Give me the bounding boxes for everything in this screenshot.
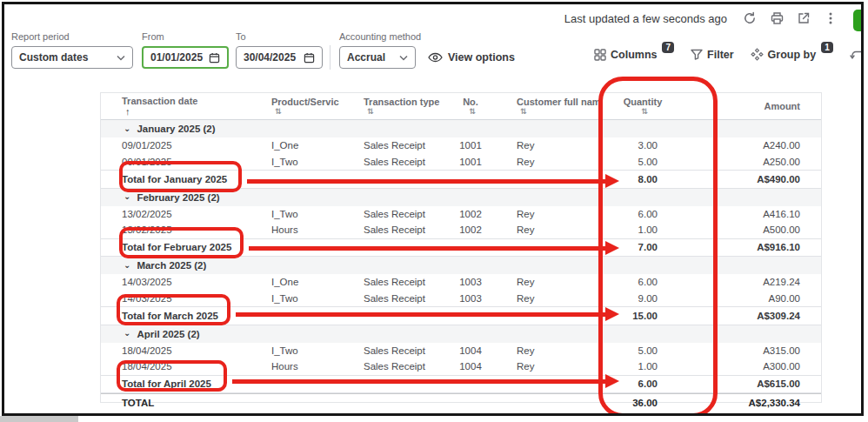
group-total-quantity: 8.00 xyxy=(598,174,710,184)
column-header-transaction-date[interactable]: Transaction date↑ xyxy=(101,96,247,117)
group-total-quantity: 7.00 xyxy=(598,242,710,252)
calendar-icon[interactable] xyxy=(304,52,315,64)
cell-product: Hours xyxy=(247,224,339,235)
filter-label: Filter xyxy=(707,49,734,61)
report-period-value: Custom dates xyxy=(19,51,88,64)
chevron-down-icon[interactable]: ⌄ xyxy=(124,328,130,338)
to-date-input[interactable]: 30/04/2025 xyxy=(236,46,323,69)
cell-customer: Rey xyxy=(496,361,598,372)
cell-no: 1001 xyxy=(445,140,496,151)
pivot-icon xyxy=(850,49,863,61)
group-header-text: April 2025 (2) xyxy=(137,329,199,339)
filter-button[interactable]: Filter xyxy=(691,49,734,61)
cell-qty: 5.00 xyxy=(598,157,710,167)
table-header-row: Transaction date↑Product/Service⇅Transac… xyxy=(101,93,821,120)
cell-no: 1002 xyxy=(445,209,496,219)
chevron-down-icon[interactable]: ⌄ xyxy=(124,124,130,133)
cell-customer: Rey xyxy=(496,277,598,287)
from-date-input[interactable]: 01/01/2025 xyxy=(142,46,229,69)
column-header-product-service[interactable]: Product/Service⇅ xyxy=(247,97,339,116)
view-options-button[interactable]: View options xyxy=(428,46,515,69)
table-row[interactable]: 09/01/2025I_TwoSales Receipt1001Rey5.00A… xyxy=(101,154,821,171)
cell-date: 18/04/2025 xyxy=(101,361,247,372)
sort-both-icon: ⇅ xyxy=(602,107,687,116)
calendar-icon[interactable] xyxy=(209,52,220,64)
columns-count-badge: 7 xyxy=(662,42,674,53)
cell-customer: Rey xyxy=(496,140,598,151)
table-row[interactable]: 18/04/2025I_TwoSales Receipt1004Rey5.00A… xyxy=(101,343,821,359)
grand-total-amount: A$2,330.34 xyxy=(710,398,819,408)
report-window: Last updated a few seconds ago Report pe… xyxy=(2,2,864,416)
cell-type: Sales Receipt xyxy=(339,224,445,235)
group-total-row: Total for March 202515.00A$309.24 xyxy=(101,306,821,325)
cell-qty: 1.00 xyxy=(598,361,710,372)
cell-date: 09/01/2025 xyxy=(101,140,247,151)
sort-both-icon: ⇅ xyxy=(520,107,598,116)
cell-date: 18/04/2025 xyxy=(101,345,247,356)
kebab-menu-icon[interactable] xyxy=(823,10,838,26)
cell-no: 1003 xyxy=(445,277,496,287)
cell-customer: Rey xyxy=(496,224,598,235)
column-header-label: Customer full name xyxy=(517,97,598,107)
column-header-customer-full-name[interactable]: Customer full name⇅ xyxy=(496,97,598,116)
group-by-count-badge: 1 xyxy=(821,42,833,53)
refresh-icon[interactable] xyxy=(742,10,758,26)
columns-button[interactable]: Columns 7 xyxy=(594,49,674,61)
grand-total-row: TOTAL36.00A$2,330.34 xyxy=(101,393,821,411)
group-total-label: Total for February 2025 xyxy=(101,242,247,252)
cell-product: I_One xyxy=(247,277,339,287)
group-header-row[interactable]: ⌄February 2025 (2) xyxy=(101,189,821,206)
table-row[interactable]: 13/02/2025I_TwoSales Receipt1002Rey6.00A… xyxy=(101,206,821,223)
cell-product: Hours xyxy=(247,361,339,372)
group-header-text: January 2025 (2) xyxy=(137,124,215,134)
group-total-label: Total for April 2025 xyxy=(101,378,247,389)
accounting-method-select[interactable]: Accrual xyxy=(339,46,416,69)
table-row[interactable]: 14/03/2025I_TwoSales Receipt1003Rey9.00A… xyxy=(101,291,821,307)
cell-amount: A500.00 xyxy=(710,224,819,235)
group-header-row[interactable]: ⌄April 2025 (2) xyxy=(101,325,821,343)
cell-product: I_Two xyxy=(247,293,339,304)
table-row[interactable]: 14/03/2025I_OneSales Receipt1003Rey6.00A… xyxy=(101,274,821,291)
cell-type: Sales Receipt xyxy=(339,361,445,372)
table-row[interactable]: 13/02/2025HoursSales Receipt1002Rey1.00A… xyxy=(101,222,821,238)
cell-qty: 5.00 xyxy=(598,345,710,356)
column-header-no-[interactable]: No.⇅ xyxy=(445,97,496,116)
columns-icon xyxy=(594,49,606,61)
cell-amount: A315.00 xyxy=(710,345,819,356)
report-period-label: Report period xyxy=(11,31,70,42)
group-header-row[interactable]: ⌄January 2025 (2) xyxy=(101,120,821,137)
cell-product: I_Two xyxy=(247,345,339,356)
sort-both-icon: ⇅ xyxy=(449,107,496,116)
chevron-down-icon[interactable]: ⌄ xyxy=(124,191,130,201)
cell-product: I_Two xyxy=(247,157,339,167)
group-total-amount: A$916.10 xyxy=(710,242,819,252)
print-icon[interactable] xyxy=(769,10,785,26)
export-icon[interactable] xyxy=(796,10,811,26)
cell-qty: 1.00 xyxy=(598,224,710,235)
column-header-amount[interactable]: Amount xyxy=(710,101,819,111)
report-period-select[interactable]: Custom dates xyxy=(11,46,133,69)
cell-no: 1003 xyxy=(445,293,496,304)
pivot-button[interactable]: Pivot xyxy=(850,49,864,61)
column-header-quantity[interactable]: Quantity⇅ xyxy=(598,97,710,116)
table-row[interactable]: 09/01/2025I_OneSales Receipt1001Rey3.00A… xyxy=(101,137,821,154)
cell-amount: A300.00 xyxy=(710,361,819,372)
sort-asc-icon: ↑ xyxy=(125,106,247,117)
group-by-button[interactable]: Group by 1 xyxy=(751,48,833,61)
cell-product: I_One xyxy=(247,140,339,151)
group-by-icon xyxy=(751,48,764,61)
funnel-icon xyxy=(691,49,703,60)
column-header-transaction-type[interactable]: Transaction type⇅ xyxy=(339,97,445,116)
eye-icon xyxy=(428,52,443,63)
chevron-down-icon[interactable]: ⌄ xyxy=(124,260,130,270)
cell-amount: A219.24 xyxy=(710,277,819,287)
green-button-partial[interactable] xyxy=(853,10,864,31)
group-header-row[interactable]: ⌄March 2025 (2) xyxy=(101,257,821,274)
report-toolbar: Columns 7 Filter Group by 1 Pivot xyxy=(594,48,864,61)
cell-type: Sales Receipt xyxy=(339,345,445,356)
cell-amount: A240.00 xyxy=(710,140,819,151)
table-row[interactable]: 18/04/2025HoursSales Receipt1004Rey1.00A… xyxy=(101,358,821,375)
cell-type: Sales Receipt xyxy=(339,140,445,151)
group-total-row: Total for February 20257.00A$916.10 xyxy=(101,238,821,258)
last-updated-text: Last updated a few seconds ago xyxy=(564,12,727,25)
